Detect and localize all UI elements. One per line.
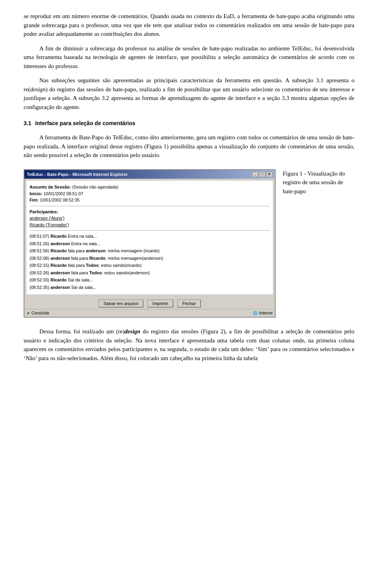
message-7: (08:52:33) Ricardo Sai da sala...: [30, 277, 270, 283]
msg-7-bold: Ricardo: [50, 277, 67, 282]
paragraph-1: se reproduz em um número enorme de comen…: [24, 12, 354, 39]
session-assunto: Assunto da Sessão: (Sessão não agendada): [30, 184, 270, 190]
msg-6-bold: anderson: [50, 270, 70, 275]
participant-1: anderson ('Aluno'): [30, 215, 270, 222]
minimize-button[interactable]: _: [252, 172, 258, 177]
divider-2: [30, 230, 270, 231]
window-statusbar: ✔ Concluído 🌐 Internet: [24, 309, 275, 317]
msg-1-bold: Ricardo: [50, 234, 67, 239]
close-button[interactable]: X: [266, 172, 272, 177]
p3-design-italic: design: [30, 86, 46, 92]
msg-2-bold: anderson: [50, 241, 70, 246]
window-title: TelEduc - Bate-Papo - Microsoft Internet…: [27, 171, 128, 178]
section-title: Interface para seleção de comentários: [35, 120, 135, 126]
message-3: (08:51:56) Ricardo fala para anderson: m…: [30, 248, 270, 254]
paragraph-5: Dessa forma, foi realizado um (re)design…: [24, 327, 354, 362]
internet-icon: 🌐: [253, 310, 258, 316]
fim-label: Fim:: [30, 198, 39, 202]
message-5: (08:52:15) Ricardo fala para Todos: esto…: [30, 262, 270, 269]
figure-1-window: TelEduc - Bate-Papo - Microsoft Internet…: [24, 169, 276, 318]
message-1: (08:51:07) Ricardo Entra na sala...: [30, 233, 270, 240]
participants-label: Participantes:: [30, 209, 58, 214]
window-buttons-bar: Salvar em arquivo Imprimir Fechar: [24, 296, 275, 309]
assunto-label: Assunto da Sessão:: [30, 185, 71, 189]
paragraph-2: A fim de diminuir a sobrecarga do profes…: [24, 44, 354, 71]
save-button[interactable]: Salvar em arquivo: [98, 300, 144, 307]
chat-header: Assunto da Sessão: (Sessão não agendada)…: [30, 184, 270, 203]
msg-4-bold: anderson: [50, 256, 70, 261]
msg-8-bold: anderson: [50, 285, 70, 290]
msg-6-target: Todos: [89, 270, 102, 275]
figure-1-container: TelEduc - Bate-Papo - Microsoft Internet…: [24, 169, 354, 318]
inicio-value: 10/01/2002 08:51:07: [43, 191, 83, 196]
close-window-button[interactable]: Fechar: [177, 300, 201, 307]
titlebar-buttons: _ □ X: [252, 172, 272, 177]
p3-text: Nas subseções seguintes são apresentadas…: [24, 77, 354, 110]
maximize-button[interactable]: □: [259, 172, 265, 177]
chat-participants: Participantes: anderson ('Aluno') Ricard…: [30, 209, 270, 228]
participant-2: Ricardo ('Formador'): [30, 222, 270, 228]
message-6: (08:52:26) anderson fala para Todos: est…: [30, 270, 270, 276]
status-icon: ✔: [27, 310, 30, 316]
msg-3-bold: Ricardo: [50, 248, 67, 253]
message-2: (08:51:26) anderson Entra na sala...: [30, 240, 270, 247]
paragraph-4: A ferramenta de Bate-Papo do TelEduc, co…: [24, 133, 354, 160]
window-content: Assunto da Sessão: (Sessão não agendada)…: [26, 180, 273, 295]
message-4: (08:52:08) anderson fala para Ricardo: m…: [30, 255, 270, 262]
inicio-label: Início:: [30, 191, 42, 196]
session-inicio: Início: 10/01/2002 08:51:07: [30, 190, 270, 197]
msg-5-bold: Ricardo: [50, 263, 67, 268]
session-fim: Fim: 10/01/2002 08:52:35: [30, 197, 270, 203]
p5-design: design: [124, 328, 140, 335]
msg-3-target: anderson: [86, 248, 106, 253]
divider-1: [30, 206, 270, 206]
figure-label: Figura 1 -: [283, 170, 306, 177]
window-titlebar: TelEduc - Bate-Papo - Microsoft Internet…: [24, 170, 275, 179]
section-number: 3.1: [24, 120, 31, 126]
status-text: Concluído: [32, 310, 49, 316]
internet-label: Internet: [259, 310, 272, 316]
figure-caption: Figura 1 - Visualização do registro de u…: [283, 169, 354, 196]
msg-4-target: Ricardo: [89, 256, 106, 261]
paragraph-3: Nas subseções seguintes são apresentadas…: [24, 76, 354, 111]
msg-5-target: Todos: [86, 263, 98, 268]
print-button[interactable]: Imprimir: [147, 300, 173, 307]
assunto-value: (Sessão não agendada): [72, 185, 118, 189]
fim-value: 10/01/2002 08:52:35: [40, 198, 80, 202]
section-heading-3-1: 3.1 Interface para seleção de comentário…: [24, 119, 354, 128]
message-8: (08:52:35) anderson Sai da sala...: [30, 284, 270, 291]
chat-messages: (08:51:07) Ricardo Entra na sala... (08:…: [30, 233, 270, 290]
statusbar-left: ✔ Concluído: [27, 310, 49, 316]
statusbar-right: 🌐 Internet: [253, 310, 272, 316]
